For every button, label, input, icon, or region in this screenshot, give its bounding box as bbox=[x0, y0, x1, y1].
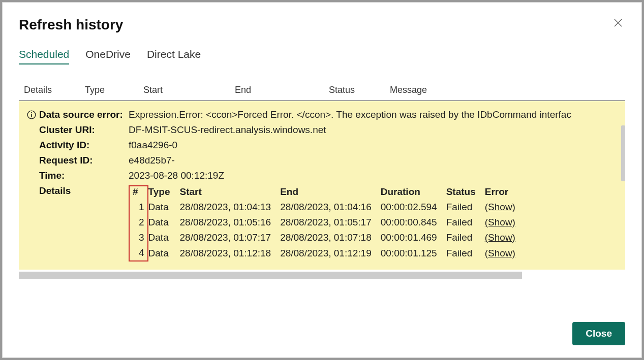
label-details: Details bbox=[39, 185, 129, 261]
th-num: # bbox=[129, 186, 148, 200]
table-row: 4Data28/08/2023, 01:12:1828/08/2023, 01:… bbox=[129, 245, 525, 261]
table-row: 3Data28/08/2023, 01:07:1728/08/2023, 01:… bbox=[129, 230, 525, 245]
col-header-start: Start bbox=[143, 85, 235, 95]
details-table-cell: # Type Start End Duration Status Error 1… bbox=[129, 185, 571, 261]
th-error: Error bbox=[485, 186, 525, 200]
cell-status: Failed bbox=[446, 245, 485, 261]
cell-type: Data bbox=[148, 230, 180, 245]
svg-point-4 bbox=[31, 112, 32, 113]
label-activity-id: Activity ID: bbox=[39, 140, 129, 151]
cell-duration: 00:00:01.469 bbox=[381, 230, 446, 245]
cell-type: Data bbox=[148, 200, 180, 215]
label-request-id: Request ID: bbox=[39, 155, 129, 166]
label-data-source-error: Data source error: bbox=[39, 109, 129, 120]
cell-num: 4 bbox=[129, 245, 148, 261]
col-header-status: Status bbox=[329, 85, 390, 95]
cell-start: 28/08/2023, 01:07:17 bbox=[180, 230, 281, 245]
cell-num: 3 bbox=[129, 230, 148, 245]
cell-error: (Show) bbox=[485, 200, 525, 215]
th-duration: Duration bbox=[381, 186, 446, 200]
cell-end: 28/08/2023, 01:04:16 bbox=[280, 200, 381, 215]
dialog-title: Refresh history bbox=[19, 17, 123, 33]
table-row: 2Data28/08/2023, 01:05:1628/08/2023, 01:… bbox=[129, 215, 525, 230]
label-cluster-uri: Cluster URI: bbox=[39, 124, 129, 136]
refresh-history-dialog: Refresh history Scheduled OneDrive Direc… bbox=[2, 2, 642, 358]
cell-error: (Show) bbox=[485, 215, 525, 230]
info-icon bbox=[27, 109, 39, 261]
col-header-end: End bbox=[235, 85, 329, 95]
th-type: Type bbox=[148, 186, 180, 200]
tab-onedrive[interactable]: OneDrive bbox=[85, 48, 131, 64]
cell-type: Data bbox=[148, 245, 180, 261]
cell-error: (Show) bbox=[485, 230, 525, 245]
show-error-link[interactable]: (Show) bbox=[485, 248, 515, 258]
cell-status: Failed bbox=[446, 215, 485, 230]
tab-direct-lake[interactable]: Direct Lake bbox=[147, 48, 201, 64]
close-button[interactable]: Close bbox=[572, 322, 625, 345]
tabs: Scheduled OneDrive Direct Lake bbox=[19, 48, 625, 64]
dialog-header: Refresh history bbox=[19, 17, 625, 33]
show-error-link[interactable]: (Show) bbox=[485, 217, 515, 227]
horizontal-scrollbar[interactable] bbox=[19, 272, 522, 279]
value-time: 2023-08-28 00:12:19Z bbox=[129, 170, 571, 181]
th-status: Status bbox=[446, 186, 485, 200]
cell-num: 1 bbox=[129, 200, 148, 215]
cell-start: 28/08/2023, 01:12:18 bbox=[180, 245, 281, 261]
value-request-id: e48d25b7- bbox=[129, 155, 571, 166]
col-header-message: Message bbox=[390, 85, 625, 95]
cell-duration: 00:00:01.125 bbox=[381, 245, 446, 261]
column-headers: Details Type Start End Status Message bbox=[19, 83, 625, 101]
cell-duration: 00:00:00.845 bbox=[381, 215, 446, 230]
show-error-link[interactable]: (Show) bbox=[485, 232, 515, 243]
th-start: Start bbox=[180, 186, 281, 200]
cell-error: (Show) bbox=[485, 245, 525, 261]
col-header-type: Type bbox=[85, 85, 143, 95]
col-header-details: Details bbox=[24, 85, 85, 95]
label-time: Time: bbox=[39, 170, 129, 181]
cell-end: 28/08/2023, 01:05:17 bbox=[280, 215, 381, 230]
th-end: End bbox=[280, 186, 381, 200]
dialog-footer: Close bbox=[572, 322, 625, 345]
error-details-panel: Data source error: Expression.Error: <cc… bbox=[19, 101, 625, 270]
cell-type: Data bbox=[148, 215, 180, 230]
value-activity-id: f0aa4296-0 bbox=[129, 140, 571, 151]
tab-scheduled[interactable]: Scheduled bbox=[19, 48, 69, 64]
cell-start: 28/08/2023, 01:04:13 bbox=[180, 200, 281, 215]
cell-start: 28/08/2023, 01:05:16 bbox=[180, 215, 281, 230]
value-data-source-error: Expression.Error: <ccon>Forced Error. </… bbox=[129, 109, 571, 120]
cell-duration: 00:00:02.594 bbox=[381, 200, 446, 215]
cell-end: 28/08/2023, 01:07:18 bbox=[280, 230, 381, 245]
details-table: # Type Start End Duration Status Error 1… bbox=[129, 185, 525, 261]
table-row: 1Data28/08/2023, 01:04:1328/08/2023, 01:… bbox=[129, 200, 525, 215]
cell-status: Failed bbox=[446, 200, 485, 215]
value-cluster-uri: DF-MSIT-SCUS-redirect.analysis.windows.n… bbox=[129, 124, 571, 136]
cell-num: 2 bbox=[129, 215, 148, 230]
show-error-link[interactable]: (Show) bbox=[485, 202, 515, 212]
close-icon[interactable] bbox=[611, 17, 625, 30]
vertical-scrollbar[interactable] bbox=[621, 125, 625, 181]
cell-end: 28/08/2023, 01:12:19 bbox=[280, 245, 381, 261]
cell-status: Failed bbox=[446, 230, 485, 245]
details-table-header-row: # Type Start End Duration Status Error bbox=[129, 186, 525, 200]
